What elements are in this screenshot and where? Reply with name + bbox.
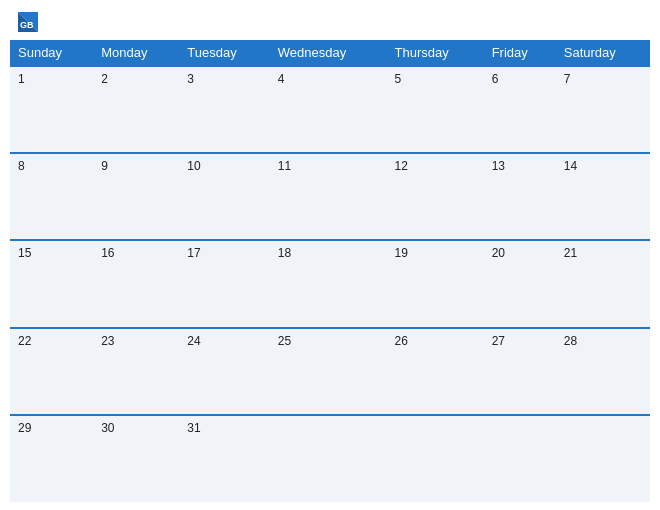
day-number: 13 [492, 159, 548, 173]
day-number: 23 [101, 334, 171, 348]
day-number: 22 [18, 334, 85, 348]
calendar-cell: 30 [93, 415, 179, 502]
logo: GB [14, 8, 46, 36]
day-number: 28 [564, 334, 642, 348]
col-friday: Friday [484, 40, 556, 66]
week-row-3: 15161718192021 [10, 240, 650, 327]
day-number: 10 [187, 159, 261, 173]
calendar-cell: 17 [179, 240, 269, 327]
calendar-cell: 10 [179, 153, 269, 240]
calendar-cell: 20 [484, 240, 556, 327]
calendar-cell: 29 [10, 415, 93, 502]
weekday-row: Sunday Monday Tuesday Wednesday Thursday… [10, 40, 650, 66]
week-row-5: 293031 [10, 415, 650, 502]
week-row-2: 891011121314 [10, 153, 650, 240]
calendar-cell: 1 [10, 66, 93, 153]
calendar-cell: 9 [93, 153, 179, 240]
col-sunday: Sunday [10, 40, 93, 66]
col-wednesday: Wednesday [270, 40, 387, 66]
day-number: 27 [492, 334, 548, 348]
calendar-cell: 11 [270, 153, 387, 240]
calendar-cell: 24 [179, 328, 269, 415]
day-number: 14 [564, 159, 642, 173]
col-saturday: Saturday [556, 40, 650, 66]
day-number: 12 [395, 159, 476, 173]
calendar-cell [484, 415, 556, 502]
calendar-cell: 26 [387, 328, 484, 415]
day-number: 2 [101, 72, 171, 86]
calendar-cell: 22 [10, 328, 93, 415]
svg-text:GB: GB [20, 20, 34, 30]
calendar-cell: 31 [179, 415, 269, 502]
col-tuesday: Tuesday [179, 40, 269, 66]
calendar-cell: 27 [484, 328, 556, 415]
day-number: 4 [278, 72, 379, 86]
day-number: 15 [18, 246, 85, 260]
day-number: 18 [278, 246, 379, 260]
calendar-cell: 23 [93, 328, 179, 415]
day-number: 31 [187, 421, 261, 435]
day-number: 9 [101, 159, 171, 173]
col-monday: Monday [93, 40, 179, 66]
day-number: 1 [18, 72, 85, 86]
calendar-cell: 12 [387, 153, 484, 240]
calendar-cell [270, 415, 387, 502]
day-number: 7 [564, 72, 642, 86]
calendar-cell: 3 [179, 66, 269, 153]
calendar-cell: 14 [556, 153, 650, 240]
header: GB [0, 0, 660, 40]
day-number: 3 [187, 72, 261, 86]
calendar-cell: 5 [387, 66, 484, 153]
day-number: 30 [101, 421, 171, 435]
calendar-table: Sunday Monday Tuesday Wednesday Thursday… [10, 40, 650, 502]
calendar-cell: 19 [387, 240, 484, 327]
calendar-page: GB Sunday Monday Tuesday Wednesday Thurs… [0, 0, 660, 510]
calendar-cell: 18 [270, 240, 387, 327]
week-row-1: 1234567 [10, 66, 650, 153]
calendar-cell: 6 [484, 66, 556, 153]
day-number: 16 [101, 246, 171, 260]
calendar-cell: 15 [10, 240, 93, 327]
calendar-cell: 7 [556, 66, 650, 153]
day-number: 17 [187, 246, 261, 260]
day-number: 29 [18, 421, 85, 435]
week-row-4: 22232425262728 [10, 328, 650, 415]
day-number: 24 [187, 334, 261, 348]
calendar-wrap: Sunday Monday Tuesday Wednesday Thursday… [0, 40, 660, 510]
day-number: 20 [492, 246, 548, 260]
calendar-cell: 2 [93, 66, 179, 153]
calendar-cell: 21 [556, 240, 650, 327]
calendar-cell: 4 [270, 66, 387, 153]
day-number: 6 [492, 72, 548, 86]
calendar-cell [387, 415, 484, 502]
calendar-cell: 25 [270, 328, 387, 415]
day-number: 5 [395, 72, 476, 86]
calendar-cell: 13 [484, 153, 556, 240]
day-number: 8 [18, 159, 85, 173]
day-number: 19 [395, 246, 476, 260]
col-thursday: Thursday [387, 40, 484, 66]
calendar-cell: 16 [93, 240, 179, 327]
day-number: 26 [395, 334, 476, 348]
day-number: 25 [278, 334, 379, 348]
calendar-header: Sunday Monday Tuesday Wednesday Thursday… [10, 40, 650, 66]
calendar-cell: 8 [10, 153, 93, 240]
day-number: 21 [564, 246, 642, 260]
calendar-cell [556, 415, 650, 502]
calendar-body: 1234567891011121314151617181920212223242… [10, 66, 650, 502]
logo-icon: GB [14, 8, 42, 36]
day-number: 11 [278, 159, 379, 173]
calendar-cell: 28 [556, 328, 650, 415]
